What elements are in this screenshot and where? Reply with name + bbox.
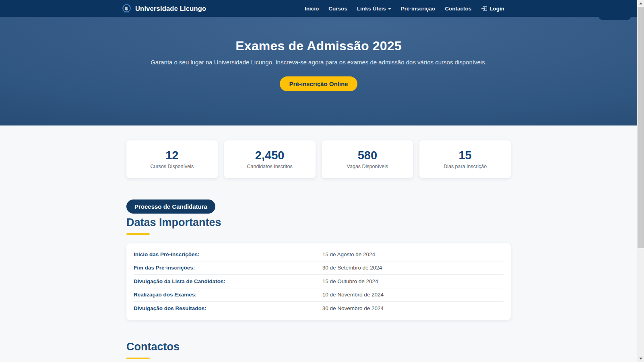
pre-inscription-button[interactable]: Pré-inscrição Online <box>280 76 358 91</box>
nav-link[interactable]: Cursos <box>328 6 347 12</box>
stat-value: 12 <box>165 149 178 162</box>
date-row: Divulgação dos Resultados: 30 de Novembr… <box>134 302 504 315</box>
date-label: Fim das Pré-inscrições: <box>134 265 322 271</box>
contacts-heading: Contactos <box>126 341 511 353</box>
nav-link-label: Pré-inscrição <box>401 6 436 12</box>
date-label: Início das Pré-inscrições: <box>134 251 322 257</box>
login-button[interactable]: Login <box>481 6 504 12</box>
scrollbar-up-arrow[interactable] <box>637 0 644 7</box>
date-value: 10 de Novembro de 2024 <box>322 292 384 298</box>
stat-label: Dias para Inscrição <box>444 164 487 169</box>
stat-label: Vagas Disponíveis <box>347 164 388 169</box>
nav-link-label: Contactos <box>445 6 471 12</box>
date-row: Divulgação da Lista de Candidatos: 15 de… <box>134 275 504 288</box>
stat-label: Candidatos Inscritos <box>247 164 292 169</box>
date-row: Início das Pré-inscrições: 15 de Agosto … <box>134 248 504 261</box>
date-row: Fim das Pré-inscrições: 30 de Setembro d… <box>134 261 504 275</box>
contacts-section: Contactos <box>126 341 511 359</box>
nav-link-label: Cursos <box>328 6 347 12</box>
nav-link-label: Links Úteis <box>357 6 386 12</box>
main-content: 12 Cursos Disponíveis 2,450 Candidatos I… <box>126 140 511 359</box>
date-value: 30 de Setembro de 2024 <box>322 265 382 271</box>
vertical-scrollbar[interactable] <box>637 0 644 362</box>
university-logo-icon <box>122 4 132 14</box>
important-dates-card: Início das Pré-inscrições: 15 de Agosto … <box>126 243 511 320</box>
hero-subtitle: Garanta o seu lugar na Universidade Licu… <box>0 59 637 66</box>
date-value: 15 de Outubro de 2024 <box>322 278 378 284</box>
login-label: Login <box>489 6 504 12</box>
page-viewport: Universidade Licungo Início Cursos Links… <box>0 0 637 362</box>
heading-underline <box>126 358 150 359</box>
brand[interactable]: Universidade Licungo <box>122 4 206 14</box>
date-row: Realização dos Exames: 10 de Novembro de… <box>134 288 504 302</box>
nav-link[interactable]: Pré-inscrição <box>401 6 436 12</box>
main-navigation: Início Cursos Links Úteis Pré-inscrição … <box>305 6 504 12</box>
scrollbar-down-arrow[interactable] <box>637 355 644 362</box>
application-process-section: Processo de Candidatura Datas Importante… <box>126 200 511 320</box>
stat-card: 2,450 Candidatos Inscritos <box>224 140 316 178</box>
date-value: 15 de Agosto de 2024 <box>322 251 375 257</box>
hero-section: Exames de Admissão 2025 Garanta o seu lu… <box>0 17 637 125</box>
date-label: Divulgação dos Resultados: <box>134 305 322 311</box>
important-dates-heading: Datas Importantes <box>126 216 511 229</box>
nav-link[interactable]: Contactos <box>445 6 471 12</box>
brand-name: Universidade Licungo <box>135 5 206 12</box>
stat-value: 15 <box>458 149 471 162</box>
stat-card: 15 Dias para Inscrição <box>419 140 511 178</box>
navbar-tab-decoration <box>599 17 631 20</box>
heading-underline <box>126 233 150 235</box>
date-label: Divulgação da Lista de Candidatos: <box>134 278 322 284</box>
nav-link-label: Início <box>305 6 319 12</box>
nav-link[interactable]: Início <box>305 6 319 12</box>
stat-card: 580 Vagas Disponíveis <box>322 140 413 178</box>
hero-title: Exames de Admissão 2025 <box>0 39 637 53</box>
stat-value: 2,450 <box>255 149 285 162</box>
login-arrow-icon <box>481 6 487 12</box>
stat-label: Cursos Disponíveis <box>151 164 194 169</box>
top-navbar: Universidade Licungo Início Cursos Links… <box>0 0 637 17</box>
chevron-down-icon <box>388 8 391 10</box>
date-value: 30 de Novembro de 2024 <box>322 305 384 311</box>
nav-link[interactable]: Links Úteis <box>357 6 391 12</box>
stat-card: 12 Cursos Disponíveis <box>126 140 218 178</box>
stats-row: 12 Cursos Disponíveis 2,450 Candidatos I… <box>126 140 511 178</box>
scrollbar-thumb[interactable] <box>638 7 644 248</box>
process-badge: Processo de Candidatura <box>126 200 215 214</box>
date-label: Realização dos Exames: <box>134 292 322 298</box>
stat-value: 580 <box>358 149 377 162</box>
